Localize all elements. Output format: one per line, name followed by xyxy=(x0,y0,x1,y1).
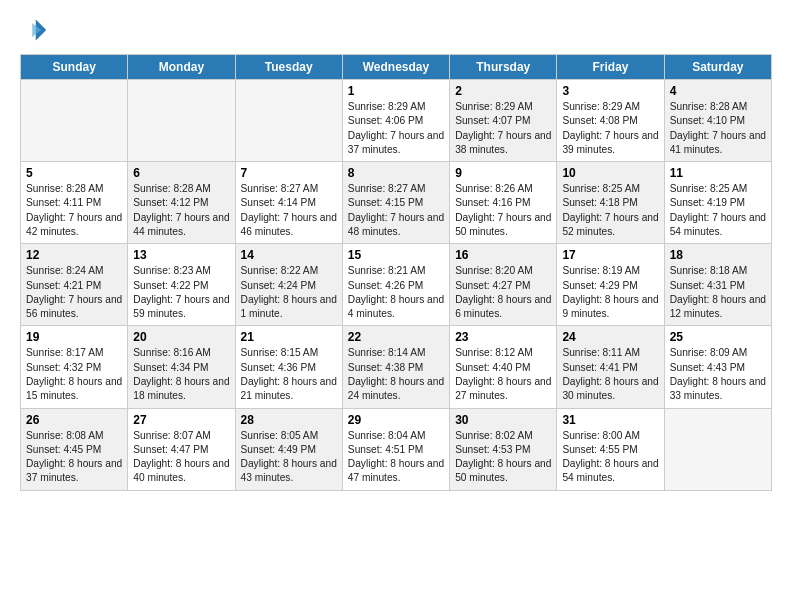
cell-content: Sunrise: 8:11 AM Sunset: 4:41 PM Dayligh… xyxy=(562,346,658,403)
cell-content: Sunrise: 8:02 AM Sunset: 4:53 PM Dayligh… xyxy=(455,429,551,486)
cell-content: Sunrise: 8:26 AM Sunset: 4:16 PM Dayligh… xyxy=(455,182,551,239)
calendar-cell xyxy=(664,408,771,490)
col-header-saturday: Saturday xyxy=(664,55,771,80)
cell-content: Sunrise: 8:20 AM Sunset: 4:27 PM Dayligh… xyxy=(455,264,551,321)
cell-content: Sunrise: 8:08 AM Sunset: 4:45 PM Dayligh… xyxy=(26,429,122,486)
logo-icon xyxy=(20,16,48,44)
col-header-monday: Monday xyxy=(128,55,235,80)
calendar-cell: 9Sunrise: 8:26 AM Sunset: 4:16 PM Daylig… xyxy=(450,162,557,244)
day-number: 12 xyxy=(26,248,122,262)
col-header-tuesday: Tuesday xyxy=(235,55,342,80)
header-row: SundayMondayTuesdayWednesdayThursdayFrid… xyxy=(21,55,772,80)
calendar-cell: 24Sunrise: 8:11 AM Sunset: 4:41 PM Dayli… xyxy=(557,326,664,408)
cell-content: Sunrise: 8:27 AM Sunset: 4:14 PM Dayligh… xyxy=(241,182,337,239)
week-row-5: 26Sunrise: 8:08 AM Sunset: 4:45 PM Dayli… xyxy=(21,408,772,490)
day-number: 15 xyxy=(348,248,444,262)
week-row-2: 5Sunrise: 8:28 AM Sunset: 4:11 PM Daylig… xyxy=(21,162,772,244)
cell-content: Sunrise: 8:19 AM Sunset: 4:29 PM Dayligh… xyxy=(562,264,658,321)
calendar-cell xyxy=(128,80,235,162)
week-row-1: 1Sunrise: 8:29 AM Sunset: 4:06 PM Daylig… xyxy=(21,80,772,162)
day-number: 22 xyxy=(348,330,444,344)
day-number: 28 xyxy=(241,413,337,427)
calendar-cell: 20Sunrise: 8:16 AM Sunset: 4:34 PM Dayli… xyxy=(128,326,235,408)
day-number: 3 xyxy=(562,84,658,98)
day-number: 25 xyxy=(670,330,766,344)
cell-content: Sunrise: 8:18 AM Sunset: 4:31 PM Dayligh… xyxy=(670,264,766,321)
cell-content: Sunrise: 8:24 AM Sunset: 4:21 PM Dayligh… xyxy=(26,264,122,321)
calendar-cell: 29Sunrise: 8:04 AM Sunset: 4:51 PM Dayli… xyxy=(342,408,449,490)
calendar-cell: 2Sunrise: 8:29 AM Sunset: 4:07 PM Daylig… xyxy=(450,80,557,162)
cell-content: Sunrise: 8:28 AM Sunset: 4:11 PM Dayligh… xyxy=(26,182,122,239)
cell-content: Sunrise: 8:25 AM Sunset: 4:19 PM Dayligh… xyxy=(670,182,766,239)
calendar-cell xyxy=(21,80,128,162)
col-header-thursday: Thursday xyxy=(450,55,557,80)
header xyxy=(20,16,772,44)
cell-content: Sunrise: 8:25 AM Sunset: 4:18 PM Dayligh… xyxy=(562,182,658,239)
cell-content: Sunrise: 8:29 AM Sunset: 4:06 PM Dayligh… xyxy=(348,100,444,157)
calendar-cell: 11Sunrise: 8:25 AM Sunset: 4:19 PM Dayli… xyxy=(664,162,771,244)
day-number: 11 xyxy=(670,166,766,180)
cell-content: Sunrise: 8:16 AM Sunset: 4:34 PM Dayligh… xyxy=(133,346,229,403)
day-number: 1 xyxy=(348,84,444,98)
day-number: 19 xyxy=(26,330,122,344)
day-number: 27 xyxy=(133,413,229,427)
day-number: 9 xyxy=(455,166,551,180)
calendar-cell: 10Sunrise: 8:25 AM Sunset: 4:18 PM Dayli… xyxy=(557,162,664,244)
calendar-cell: 6Sunrise: 8:28 AM Sunset: 4:12 PM Daylig… xyxy=(128,162,235,244)
calendar-cell: 14Sunrise: 8:22 AM Sunset: 4:24 PM Dayli… xyxy=(235,244,342,326)
calendar-cell: 3Sunrise: 8:29 AM Sunset: 4:08 PM Daylig… xyxy=(557,80,664,162)
col-header-sunday: Sunday xyxy=(21,55,128,80)
day-number: 30 xyxy=(455,413,551,427)
cell-content: Sunrise: 8:12 AM Sunset: 4:40 PM Dayligh… xyxy=(455,346,551,403)
calendar-cell: 26Sunrise: 8:08 AM Sunset: 4:45 PM Dayli… xyxy=(21,408,128,490)
calendar-cell: 7Sunrise: 8:27 AM Sunset: 4:14 PM Daylig… xyxy=(235,162,342,244)
cell-content: Sunrise: 8:09 AM Sunset: 4:43 PM Dayligh… xyxy=(670,346,766,403)
col-header-friday: Friday xyxy=(557,55,664,80)
calendar-cell: 30Sunrise: 8:02 AM Sunset: 4:53 PM Dayli… xyxy=(450,408,557,490)
day-number: 31 xyxy=(562,413,658,427)
page-container: SundayMondayTuesdayWednesdayThursdayFrid… xyxy=(0,0,792,501)
day-number: 17 xyxy=(562,248,658,262)
cell-content: Sunrise: 8:28 AM Sunset: 4:12 PM Dayligh… xyxy=(133,182,229,239)
day-number: 21 xyxy=(241,330,337,344)
calendar-cell: 17Sunrise: 8:19 AM Sunset: 4:29 PM Dayli… xyxy=(557,244,664,326)
calendar-cell: 25Sunrise: 8:09 AM Sunset: 4:43 PM Dayli… xyxy=(664,326,771,408)
week-row-4: 19Sunrise: 8:17 AM Sunset: 4:32 PM Dayli… xyxy=(21,326,772,408)
calendar-cell: 13Sunrise: 8:23 AM Sunset: 4:22 PM Dayli… xyxy=(128,244,235,326)
cell-content: Sunrise: 8:15 AM Sunset: 4:36 PM Dayligh… xyxy=(241,346,337,403)
calendar-cell: 19Sunrise: 8:17 AM Sunset: 4:32 PM Dayli… xyxy=(21,326,128,408)
day-number: 4 xyxy=(670,84,766,98)
cell-content: Sunrise: 8:28 AM Sunset: 4:10 PM Dayligh… xyxy=(670,100,766,157)
day-number: 10 xyxy=(562,166,658,180)
cell-content: Sunrise: 8:05 AM Sunset: 4:49 PM Dayligh… xyxy=(241,429,337,486)
calendar-table: SundayMondayTuesdayWednesdayThursdayFrid… xyxy=(20,54,772,491)
calendar-cell: 31Sunrise: 8:00 AM Sunset: 4:55 PM Dayli… xyxy=(557,408,664,490)
day-number: 16 xyxy=(455,248,551,262)
week-row-3: 12Sunrise: 8:24 AM Sunset: 4:21 PM Dayli… xyxy=(21,244,772,326)
calendar-cell xyxy=(235,80,342,162)
calendar-cell: 21Sunrise: 8:15 AM Sunset: 4:36 PM Dayli… xyxy=(235,326,342,408)
cell-content: Sunrise: 8:14 AM Sunset: 4:38 PM Dayligh… xyxy=(348,346,444,403)
day-number: 7 xyxy=(241,166,337,180)
calendar-cell: 5Sunrise: 8:28 AM Sunset: 4:11 PM Daylig… xyxy=(21,162,128,244)
day-number: 6 xyxy=(133,166,229,180)
logo xyxy=(20,16,50,44)
day-number: 8 xyxy=(348,166,444,180)
cell-content: Sunrise: 8:27 AM Sunset: 4:15 PM Dayligh… xyxy=(348,182,444,239)
calendar-cell: 18Sunrise: 8:18 AM Sunset: 4:31 PM Dayli… xyxy=(664,244,771,326)
calendar-cell: 4Sunrise: 8:28 AM Sunset: 4:10 PM Daylig… xyxy=(664,80,771,162)
day-number: 26 xyxy=(26,413,122,427)
day-number: 23 xyxy=(455,330,551,344)
cell-content: Sunrise: 8:00 AM Sunset: 4:55 PM Dayligh… xyxy=(562,429,658,486)
cell-content: Sunrise: 8:22 AM Sunset: 4:24 PM Dayligh… xyxy=(241,264,337,321)
day-number: 20 xyxy=(133,330,229,344)
day-number: 18 xyxy=(670,248,766,262)
cell-content: Sunrise: 8:29 AM Sunset: 4:08 PM Dayligh… xyxy=(562,100,658,157)
calendar-cell: 27Sunrise: 8:07 AM Sunset: 4:47 PM Dayli… xyxy=(128,408,235,490)
day-number: 13 xyxy=(133,248,229,262)
cell-content: Sunrise: 8:29 AM Sunset: 4:07 PM Dayligh… xyxy=(455,100,551,157)
calendar-cell: 8Sunrise: 8:27 AM Sunset: 4:15 PM Daylig… xyxy=(342,162,449,244)
cell-content: Sunrise: 8:07 AM Sunset: 4:47 PM Dayligh… xyxy=(133,429,229,486)
calendar-cell: 23Sunrise: 8:12 AM Sunset: 4:40 PM Dayli… xyxy=(450,326,557,408)
calendar-cell: 28Sunrise: 8:05 AM Sunset: 4:49 PM Dayli… xyxy=(235,408,342,490)
